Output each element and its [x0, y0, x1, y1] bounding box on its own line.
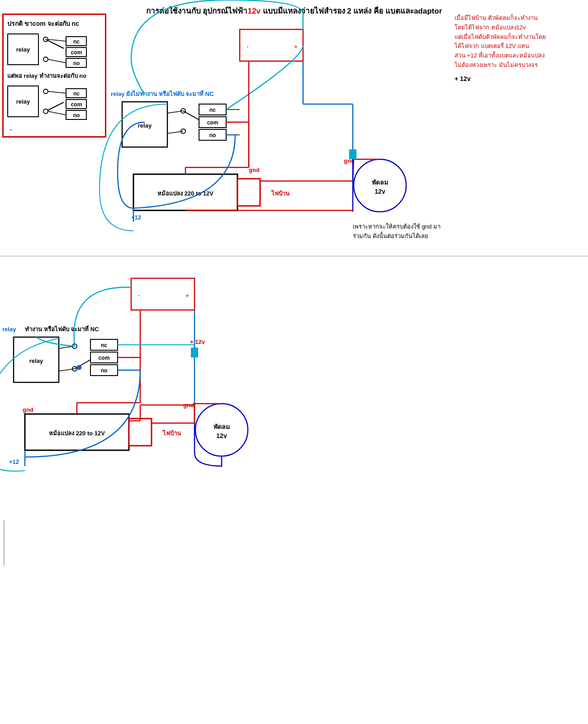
svg-text:+12: +12 [131, 214, 141, 221]
svg-text:gnd: gnd [249, 167, 260, 173]
svg-point-2 [43, 57, 48, 62]
svg-line-12 [46, 102, 64, 111]
left-explanation-box: ปรกติ ขาcom จะต่อกับ nc relay nc com no … [2, 14, 106, 138]
svg-line-21 [48, 111, 66, 115]
relay-diagram-no: relay nc com no [7, 83, 101, 119]
right-text-line2: โดยได้ไฟจาก หม้อแปลง12v [455, 23, 586, 33]
svg-text:no: no [209, 132, 216, 138]
bottom-note: เพราะหากจะให้ครบต้องใช้ gnd มา ร่วมกัน ด… [353, 222, 441, 241]
svg-line-9 [48, 39, 66, 41]
svg-text:12v: 12v [375, 188, 385, 195]
svg-text:relay: relay [138, 122, 152, 129]
svg-point-13 [43, 109, 48, 114]
svg-text:12v: 12v [216, 432, 227, 439]
svg-text:พัดลม: พัดลม [372, 179, 388, 186]
svg-text:nc: nc [73, 90, 80, 97]
svg-text:no: no [101, 367, 108, 374]
right-explanation: เมื่อมีไฟบ้าน ตัวพัดลมก็จะทำงาน โดยได้ไฟ… [455, 14, 586, 84]
svg-text:หม้อแปลง  220 to 12V: หม้อแปลง 220 to 12V [49, 430, 105, 437]
relay-diagram-nc: relay nc com no [7, 31, 101, 67]
relay-box-1: relay [7, 33, 39, 65]
svg-text:nc: nc [209, 107, 216, 113]
svg-rect-70 [131, 278, 194, 310]
svg-text:+ 12v: + 12v [190, 338, 205, 345]
svg-text:relay: relay [29, 357, 43, 364]
plus12v-label: + 12v [455, 74, 586, 84]
svg-rect-94 [129, 419, 152, 446]
dot-marker: . [9, 122, 101, 133]
left-box-title: ปรกติ ขาcom จะต่อกับ nc [7, 19, 101, 29]
svg-text:com: com [99, 355, 110, 361]
svg-text:relay: relay [2, 326, 16, 333]
relay-label-1: relay [16, 46, 30, 53]
svg-text:+12: +12 [9, 458, 19, 465]
svg-text:+: + [185, 292, 189, 299]
svg-text:relay ยังไม่ทำงาน  หรือไฟดับ  : relay ยังไม่ทำงาน หรือไฟดับ จะมาที่ NC [111, 90, 214, 97]
main-diagram-2: - + relay ทำงาน หรือไฟดับ จะมาที่ NC rel… [0, 262, 339, 511]
right-text-line5: ส่วน +12 ที่เอาทั้งแบตและหม้อแปลง [455, 51, 586, 61]
svg-rect-44 [237, 179, 260, 206]
svg-text:nc: nc [101, 342, 107, 348]
svg-text:ไฟบ้าน: ไฟบ้าน [162, 429, 181, 437]
svg-point-11 [43, 89, 48, 94]
svg-text:gnd: gnd [23, 406, 33, 413]
right-text-line3: แต่เมื่อไฟดับตัวพัดลมก็จะทำงานโดย [455, 33, 586, 42]
divider [0, 256, 588, 257]
svg-text:พัดลม: พัดลม [213, 423, 230, 430]
svg-text:com: com [71, 49, 82, 56]
svg-text:ไฟบ้าน: ไฟบ้าน [271, 190, 290, 197]
svg-text:com: com [71, 101, 82, 108]
right-text-line6: ไม่ต้องห่วงเพราะ มันไม่ครบวงจร [455, 61, 586, 70]
vertical-line-marker [4, 520, 5, 566]
svg-rect-57 [349, 149, 356, 159]
main-diagram-1: - + relay ยังไม่ทำงาน หรือไฟดับ จะมาที่ … [109, 14, 448, 253]
svg-line-10 [48, 59, 66, 63]
relay-switch-no: nc com no [39, 83, 93, 119]
svg-text:com: com [207, 119, 218, 126]
svg-text:nc: nc [73, 38, 80, 45]
svg-line-20 [48, 91, 66, 93]
svg-text:ทำงาน  หรือไฟดับ  จะมาที่  NC: ทำงาน หรือไฟดับ จะมาที่ NC [25, 325, 99, 333]
right-text-line4: ได้ไฟจาก แบตเตอรี่ 12V แทน [455, 42, 586, 51]
relay-switch-nc: nc com no [39, 31, 93, 67]
svg-rect-22 [240, 29, 303, 61]
bottom-note-line2: ร่วมกัน ดังนั้นต่อร่วมกันได้เลย [353, 231, 441, 241]
svg-text:-: - [247, 43, 249, 50]
mid-label: แต่พอ relay ทำงานจะต่อกับ no [7, 71, 101, 81]
svg-point-80 [77, 365, 81, 370]
svg-line-30 [183, 111, 199, 120]
svg-text:-: - [138, 292, 140, 299]
svg-text:no: no [73, 60, 80, 67]
svg-rect-105 [191, 348, 198, 357]
svg-text:+: + [294, 43, 298, 50]
relay-box-2: relay [7, 86, 39, 117]
svg-text:no: no [73, 112, 80, 119]
relay-label-2: relay [16, 98, 30, 105]
bottom-note-line1: เพราะหากจะให้ครบต้องใช้ gnd มา [353, 222, 441, 231]
right-text-line1: เมื่อมีไฟบ้าน ตัวพัดลมก็จะทำงาน [455, 14, 586, 23]
